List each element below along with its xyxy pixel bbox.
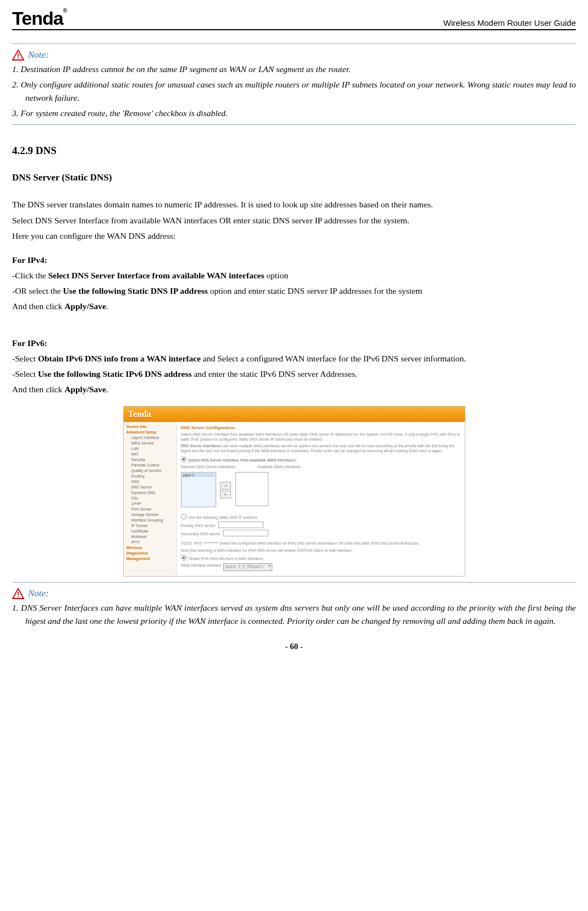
ss-sidebar-item[interactable]: UPnP	[124, 501, 176, 507]
ss-sidebar-item[interactable]: Routing	[124, 474, 176, 479]
note-block-2: ! Note: 1. DNS Server Interfaces can hav…	[12, 588, 576, 628]
svg-text:!: !	[17, 52, 19, 60]
ipv6-label: For IPv6:	[12, 337, 576, 350]
ss-radio-2[interactable]: Use the following Static DNS IP address:	[181, 514, 460, 520]
note-item: 1. Destination IP address cannot be on t…	[12, 63, 576, 76]
divider	[12, 582, 576, 583]
ss-sidebar-item[interactable]: Wireless	[124, 545, 176, 551]
ss-sidebar[interactable]: Device InfoAdvanced SetupLayer2 Interfac…	[124, 422, 177, 576]
ss-wan-select-row: WAN Interface selected: pppoe_0_0_35/ppp…	[181, 563, 460, 571]
paragraph: -OR select the Use the following Static …	[12, 284, 576, 298]
paragraph: Here you can configure the WAN DNS addre…	[12, 229, 576, 243]
paragraph: And then click Apply/Save.	[12, 300, 576, 313]
ss-sidebar-item[interactable]: DNS	[124, 479, 176, 485]
ss-sidebar-item[interactable]: Parental Control	[124, 463, 176, 468]
doc-title: Wireless Modem Router User Guide	[443, 18, 576, 29]
ss-input[interactable]	[223, 530, 268, 536]
paragraph: Select DNS Server Interface from availab…	[12, 214, 576, 227]
ss-secondary-dns: Secondary DNS server:	[181, 530, 460, 536]
ss-sidebar-item[interactable]: IP Tunnel	[124, 523, 176, 529]
ss-col-label: Available WAN Interfaces	[257, 464, 301, 469]
ss-desc: DNS Server Interfaces can have multiple …	[181, 443, 460, 453]
ss-sidebar-item[interactable]: Layer2 Interface	[124, 435, 176, 441]
section-heading: 4.2.9 DNS	[12, 145, 576, 157]
ss-page-title: DNS Server Configuration	[181, 425, 460, 430]
divider	[12, 43, 576, 44]
ss-selected-list[interactable]: ppp0.1	[181, 472, 216, 507]
ss-sidebar-item[interactable]: Quality of Service	[124, 468, 176, 474]
radio-icon	[181, 457, 186, 462]
ss-sidebar-item[interactable]: IPTV	[124, 540, 176, 545]
ss-select[interactable]: pppoe_0_0_35/ppp0.1	[223, 563, 272, 571]
note-item: 2. Only configure additional static rout…	[12, 78, 576, 105]
note-label: Note:	[28, 588, 49, 599]
paragraph: -Select Obtain IPv6 DNS info from a WAN …	[12, 352, 576, 365]
note-item: 1. DNS Server Interfaces can have multip…	[12, 601, 576, 628]
ss-radio-1[interactable]: Select DNS Server Interface from availab…	[181, 457, 460, 463]
ss-sidebar-item[interactable]: DNS Server	[124, 485, 176, 490]
radio-icon	[181, 555, 186, 561]
note-block-1: ! Note: 1. Destination IP address cannot…	[12, 50, 576, 120]
ss-sidebar-item[interactable]: Storage Service	[124, 512, 176, 518]
ipv4-label: For IPv4:	[12, 254, 576, 267]
paragraph: -Click the Select DNS Server Interface f…	[12, 269, 576, 282]
ss-sidebar-item[interactable]: Interface Grouping	[124, 518, 176, 523]
ss-sidebar-item[interactable]: WAN Service	[124, 441, 176, 446]
ss-ipv6-hint2: Note that selecting a WAN interface for …	[181, 548, 460, 553]
page-number: - 60 -	[12, 642, 576, 651]
ss-sidebar-item[interactable]: Diagnostics	[124, 551, 176, 556]
ss-sidebar-item[interactable]: DSL	[124, 496, 176, 501]
paragraph: The DNS server translates domain names t…	[12, 197, 576, 212]
ss-sidebar-item[interactable]: Management	[124, 556, 176, 562]
ss-move-buttons[interactable]: -><-	[220, 481, 231, 500]
divider	[12, 124, 576, 125]
ss-sidebar-item[interactable]: NAT	[124, 452, 176, 457]
ss-sidebar-item[interactable]: Certificate	[124, 529, 176, 534]
radio-icon	[181, 514, 186, 519]
warning-icon: !	[12, 50, 28, 59]
embedded-screenshot: Tenda Device InfoAdvanced SetupLayer2 In…	[12, 406, 576, 577]
note-label: Note:	[28, 50, 49, 60]
paragraph: -Select Use the following Static IPv6 DN…	[12, 367, 576, 381]
ss-ipv6-hint: TODO: IPV6 ********** Select the configu…	[181, 541, 460, 546]
svg-text:!: !	[17, 590, 19, 599]
ss-radio-3[interactable]: Obtain IPv6 DNS info from a WAN interfac…	[181, 555, 460, 561]
paragraph: And then click Apply/Save.	[12, 383, 576, 396]
warning-icon: !	[12, 589, 28, 598]
ss-sidebar-item[interactable]: LAN	[124, 446, 176, 452]
ss-sidebar-item[interactable]: Security	[124, 457, 176, 463]
ss-available-list[interactable]	[235, 472, 268, 506]
ss-primary-dns: Primary DNS server:	[181, 522, 460, 528]
brand-logo: Tenda®	[12, 8, 67, 29]
ss-col-label: Selected DNS Server Interfaces	[181, 464, 235, 469]
ss-sidebar-item[interactable]: Multicast	[124, 534, 176, 540]
ss-sidebar-item[interactable]: Device Info	[124, 424, 176, 430]
ss-topbar: Tenda	[124, 407, 465, 422]
ss-sidebar-item[interactable]: Advanced Setup	[124, 430, 176, 435]
ss-logo: Tenda	[128, 409, 151, 419]
ss-sidebar-item[interactable]: Dynamic DNS	[124, 490, 176, 496]
page-header: Tenda® Wireless Modem Router User Guide	[12, 8, 576, 30]
ss-input[interactable]	[218, 522, 263, 528]
ss-main: DNS Server Configuration Select DNS Serv…	[177, 422, 465, 576]
ss-sidebar-item[interactable]: Print Server	[124, 507, 176, 512]
ss-desc: Select DNS Server Interface from availab…	[181, 432, 460, 442]
note-item: 3. For system created route, the 'Remove…	[12, 107, 576, 120]
subsection-heading: DNS Server (Static DNS)	[12, 172, 576, 183]
